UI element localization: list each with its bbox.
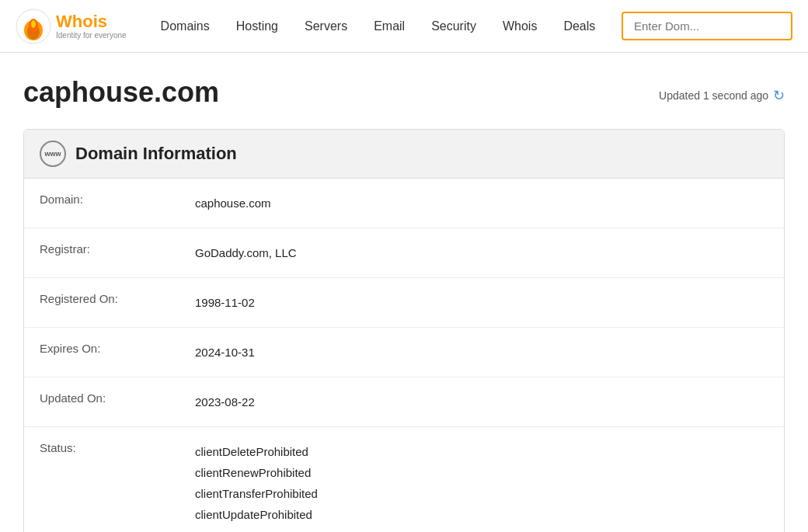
domain-search-input[interactable] bbox=[622, 12, 792, 40]
row-label: Status: bbox=[24, 427, 179, 533]
row-value-line: 2024-10-31 bbox=[195, 342, 768, 363]
logo-icon bbox=[16, 9, 51, 44]
row-value-line: clientUpdateProhibited bbox=[195, 504, 768, 525]
table-row: Status:clientDeleteProhibitedclientRenew… bbox=[24, 427, 784, 533]
info-table: Domain:caphouse.comRegistrar:GoDaddy.com… bbox=[24, 179, 784, 532]
logo-text: Whois Identity for everyone bbox=[56, 12, 127, 40]
table-row: Registrar:GoDaddy.com, LLC bbox=[24, 228, 784, 278]
nav-security[interactable]: Security bbox=[420, 13, 487, 40]
table-row: Domain:caphouse.com bbox=[24, 179, 784, 228]
domain-title: caphouse.com bbox=[23, 76, 219, 109]
domain-info-card: www Domain Information Domain:caphouse.c… bbox=[23, 129, 785, 532]
row-label: Registered On: bbox=[24, 278, 179, 328]
row-label: Registrar: bbox=[24, 228, 179, 278]
nav-hosting[interactable]: Hosting bbox=[225, 13, 289, 40]
row-value: clientDeleteProhibitedclientRenewProhibi… bbox=[179, 427, 784, 533]
card-header: www Domain Information bbox=[24, 130, 784, 179]
nav-email[interactable]: Email bbox=[363, 13, 416, 40]
navbar: Whois Identity for everyone Domains Host… bbox=[0, 0, 808, 53]
row-value: caphouse.com bbox=[179, 179, 784, 228]
nav-whois[interactable]: Whois bbox=[492, 13, 548, 40]
table-row: Registered On:1998-11-02 bbox=[24, 278, 784, 328]
row-value-line: caphouse.com bbox=[195, 193, 768, 214]
svg-point-4 bbox=[31, 20, 36, 28]
logo[interactable]: Whois Identity for everyone bbox=[16, 9, 127, 44]
nav-deals[interactable]: Deals bbox=[552, 13, 606, 40]
row-value: 2024-10-31 bbox=[179, 328, 784, 377]
row-value-line: clientTransferProhibited bbox=[195, 483, 768, 504]
main-content: caphouse.com Updated 1 second ago ↻ www … bbox=[0, 53, 808, 532]
row-value-line: 1998-11-02 bbox=[195, 292, 768, 313]
updated-row: Updated 1 second ago ↻ bbox=[659, 87, 785, 104]
logo-tagline-label: Identity for everyone bbox=[56, 31, 127, 40]
nav-links: Domains Hosting Servers Email Security W… bbox=[150, 13, 622, 40]
row-value: 1998-11-02 bbox=[179, 278, 784, 328]
table-row: Updated On:2023-08-22 bbox=[24, 377, 784, 427]
row-label: Updated On: bbox=[24, 377, 179, 427]
row-value: 2023-08-22 bbox=[179, 377, 784, 427]
row-value-line: 2023-08-22 bbox=[195, 391, 768, 412]
row-value-line: GoDaddy.com, LLC bbox=[195, 242, 768, 263]
row-label: Domain: bbox=[24, 179, 179, 228]
row-value-line: clientDeleteProhibited bbox=[195, 441, 768, 462]
card-title: Domain Information bbox=[75, 144, 237, 164]
table-row: Expires On:2024-10-31 bbox=[24, 328, 784, 377]
row-value-line: clientRenewProhibited bbox=[195, 462, 768, 483]
row-label: Expires On: bbox=[24, 328, 179, 377]
refresh-icon[interactable]: ↻ bbox=[773, 87, 785, 104]
updated-text: Updated 1 second ago bbox=[659, 89, 768, 102]
row-value: GoDaddy.com, LLC bbox=[179, 228, 784, 278]
nav-servers[interactable]: Servers bbox=[294, 13, 358, 40]
logo-whois-label: Whois bbox=[56, 12, 127, 31]
www-icon: www bbox=[40, 141, 66, 167]
nav-domains[interactable]: Domains bbox=[150, 13, 221, 40]
